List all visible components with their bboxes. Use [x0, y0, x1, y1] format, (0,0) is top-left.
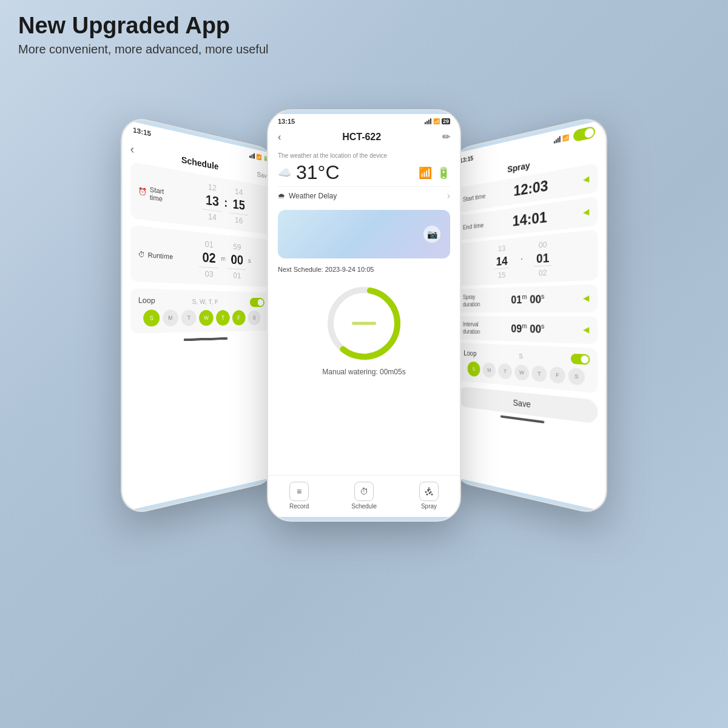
nav-schedule[interactable]: ⏱ Schedule: [351, 482, 377, 510]
right-day-T1[interactable]: T: [498, 363, 512, 380]
spray-duration-label: Sprayduration: [463, 293, 480, 308]
day-T2[interactable]: T: [216, 310, 230, 326]
next-schedule: Next Schedule: 2023-9-24 10:05: [268, 263, 460, 278]
left-home-indicator: [184, 337, 228, 341]
center-status-bar: 13:15 📶 29: [268, 114, 460, 129]
wifi-icon: 📶: [256, 153, 261, 160]
right-day-F[interactable]: F: [550, 366, 565, 384]
runtime-h-col: 01 02 03: [199, 238, 218, 279]
spray-label: Spray: [421, 503, 437, 510]
rain-icon: 🌧: [278, 192, 285, 200]
cloud-icon: ☁️: [278, 166, 291, 180]
loop-header: Loop S, W, T, F: [138, 295, 265, 307]
min-top: 14: [235, 186, 243, 197]
center-signal-icon: [425, 118, 431, 124]
hour-bot: 14: [208, 211, 217, 222]
start-time-label-group: ⏰ Start time: [138, 183, 178, 204]
interval-duration-row: Intervalduration 09m 00s ◄: [458, 316, 598, 344]
app-subtitle: More convenient, more advanced, more use…: [18, 42, 268, 56]
center-status-time: 13:15: [278, 118, 295, 125]
phones-container: 13:15 📶 🔋 ‹ Schedule Save: [0, 97, 728, 728]
interval-duration-label: Intervalduration: [463, 320, 480, 335]
weather-delay-row[interactable]: 🌧 Weather Delay ›: [278, 186, 450, 205]
weather-section: The weather at the location of the devic…: [268, 147, 460, 210]
center-phone-screen: 13:15 📶 29 ‹ HCT-622 ✏: [268, 114, 460, 517]
left-schedule-screen: ‹ Schedule Save ⏰ Start time 12: [122, 135, 275, 334]
nav-record[interactable]: ≡ Record: [289, 482, 309, 510]
day-F[interactable]: F: [232, 310, 246, 325]
runtime-m-unit: m: [221, 254, 226, 265]
center-wifi-icon: 📶: [433, 118, 440, 124]
start-time-arrow[interactable]: ◄: [581, 173, 592, 186]
end-time-label: End time: [463, 221, 484, 231]
start-time-value: 12:03: [513, 177, 548, 200]
end-time-arrow[interactable]: ◄: [581, 206, 592, 219]
day-S[interactable]: S: [143, 309, 160, 326]
center-back-icon[interactable]: ‹: [278, 132, 281, 143]
schedule-icon: ⏱: [354, 482, 374, 501]
right-day-W[interactable]: W: [514, 364, 529, 381]
weather-main: ☁️ 31°C 📶 🔋: [278, 161, 450, 184]
spray-power-toggle[interactable]: [573, 126, 595, 142]
spray-duration-value: 01m 00s: [511, 292, 544, 306]
right-loop-label: Loop: [463, 349, 476, 358]
hour-main: 13: [203, 192, 222, 212]
right-day-M[interactable]: M: [482, 362, 496, 378]
weather-delay-label: 🌧 Weather Delay: [278, 192, 337, 200]
schedule-label: Schedule: [351, 503, 377, 510]
left-status-icons: 📶 🔋: [249, 152, 268, 162]
runtime-h-top: 01: [205, 239, 214, 249]
runtime-s-unit: s: [248, 257, 251, 267]
center-battery-icon: 29: [442, 118, 450, 124]
right-day-S[interactable]: S: [468, 361, 480, 377]
right-loop-toggle[interactable]: [571, 354, 590, 365]
center-nav-title: HCT-622: [342, 132, 381, 143]
camera-icon[interactable]: 📷: [423, 226, 440, 243]
day-S2[interactable]: S: [248, 310, 261, 325]
battery-full-icon: 🔋: [437, 166, 450, 180]
watering-label: Manual watering: 00m05s: [322, 368, 405, 376]
center-phone: 13:15 📶 29 ‹ HCT-622 ✏: [267, 109, 461, 522]
signal-icon: [249, 152, 255, 159]
center-phone-bottom-bar: [268, 517, 460, 521]
min-main: 15: [230, 196, 248, 215]
watering-circle[interactable]: [325, 284, 403, 363]
right-day-T2[interactable]: T: [532, 365, 547, 382]
loop-days-text: S, W, T, F: [192, 297, 218, 305]
runtime-s-main: 00: [228, 252, 246, 270]
end-time-value: 14:01: [513, 208, 547, 229]
loop-box: Loop S, W, T, F S M T W T F S: [130, 288, 270, 334]
device-image: 📷: [278, 210, 450, 258]
right-day-S2[interactable]: S: [568, 368, 585, 386]
bottom-nav: ≡ Record ⏱ Schedule: [268, 475, 460, 517]
spray-duration-arrow[interactable]: ◄: [581, 292, 592, 305]
center-edit-icon[interactable]: ✏: [442, 131, 450, 143]
right-loop-box: Loop S S M T W T F S: [458, 343, 598, 393]
runtime-h-bot: 03: [205, 269, 214, 279]
right-phone: 13:15 📶 ‹ Spray: [452, 113, 607, 517]
runtime-picker: ⏱ Runtime 01 02 03 m 59: [130, 225, 270, 287]
loop-toggle[interactable]: [250, 298, 265, 307]
weather-subtitle: The weather at the location of the devic…: [278, 152, 450, 159]
day-M[interactable]: M: [163, 309, 178, 326]
min-col: 14 15 16: [230, 186, 248, 226]
start-time-label: Start time: [463, 192, 486, 203]
day-T1[interactable]: T: [181, 310, 197, 326]
right-loop-day: S: [519, 352, 523, 360]
left-phone: 13:15 📶 🔋 ‹ Schedule Save: [121, 113, 276, 517]
weather-temp: 31°C: [296, 161, 340, 184]
interval-duration-value: 09m 00s: [511, 322, 544, 336]
hour-top: 12: [208, 182, 217, 193]
nav-spray[interactable]: Spray: [419, 482, 439, 510]
interval-duration-arrow[interactable]: ◄: [581, 324, 592, 336]
watering-circle-container: Manual watering: 00m05s: [268, 278, 460, 382]
timer-icon: ⏱: [138, 250, 146, 258]
loop-label: Loop: [138, 295, 155, 305]
runtime-s-bot: 01: [233, 271, 241, 280]
day-W[interactable]: W: [199, 310, 214, 326]
right-days-row: S M T W T F S: [463, 361, 590, 386]
svg-point-3: [427, 490, 429, 492]
record-icon: ≡: [289, 482, 309, 501]
hour-col: 12 13 14: [203, 181, 222, 223]
record-label: Record: [289, 503, 309, 510]
